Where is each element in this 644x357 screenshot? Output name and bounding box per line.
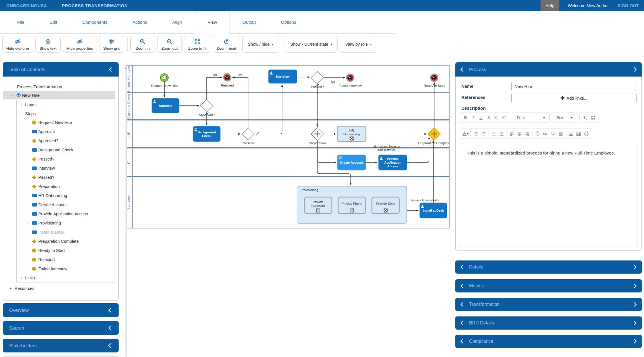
panel-details[interactable]: Details [455,260,642,274]
vertical-scrollbar[interactable] [125,65,127,357]
toc-header[interactable]: Table of Contents [3,62,119,77]
show-text-button[interactable]: Show text [35,36,60,53]
toc-item-ready-to-start[interactable]: Ready to Start [17,246,115,255]
font-select[interactable]: Font▾ [512,113,550,123]
node-provide-application-access[interactable]: ProvideApplicationAccess [378,155,407,170]
prev-icon[interactable] [460,321,465,326]
panel-compliance[interactable]: Compliance [455,335,642,348]
prev-icon[interactable] [460,67,465,72]
bpmn-diagram[interactable]: Hiring ManagerCareers DirectHRITSystemsP… [127,65,452,231]
panel-overview[interactable]: Overview [3,303,119,317]
node-provide-phone[interactable]: Provide Phone [338,197,366,214]
collapse-icon[interactable] [108,343,113,348]
link-button[interactable] [541,130,549,138]
toc-item-steps[interactable]: -Steps [17,109,115,118]
bold-button[interactable]: B [462,114,469,122]
toc-item-passed[interactable]: Passed? [17,173,115,182]
print-button[interactable] [583,130,590,138]
align-center-button[interactable] [516,130,523,138]
bulleted-list-button[interactable] [480,130,487,138]
panel-brd-details[interactable]: BRD Details [455,316,642,330]
node-background-check[interactable]: BackgroundCheck [193,126,220,142]
tab-view[interactable]: View [195,11,230,34]
zoom-in-button[interactable]: Zoom in [130,36,155,53]
node-install-at-desk[interactable]: Install at Desk [420,203,447,218]
next-icon[interactable] [632,321,637,326]
toc-item-preparation[interactable]: Preparation [17,182,115,191]
toc-item-new-hire[interactable]: -New Hire [3,91,115,99]
tab-edit[interactable]: Edit [37,11,70,33]
prev-icon[interactable] [460,265,465,270]
collapse-icon[interactable] [109,67,114,72]
node-approval[interactable]: Approval [152,98,179,113]
expand-toggle[interactable]: - [20,111,25,116]
collapse-icon[interactable] [108,308,113,313]
paste-button[interactable]: T [534,130,541,138]
node-interview[interactable]: Interview [268,70,297,83]
toc-item-failed-interview[interactable]: Failed Interview [17,264,115,273]
maximize-button[interactable] [589,114,597,122]
numbered-list-button[interactable]: 12 [472,130,480,138]
toc-item-preparation-complete[interactable]: Preparation Complete [17,237,115,246]
hide-explorer-button[interactable]: Hide explorer [2,36,33,53]
prev-icon[interactable] [460,284,465,288]
node-provide-desk[interactable]: Provide Desk [372,197,399,214]
name-field[interactable] [511,82,636,91]
text-color-button[interactable]: A▾ [462,130,469,138]
toc-item-interview[interactable]: Interview [17,164,115,173]
toc-item-provisioning[interactable]: +Provisioning [17,218,115,228]
process-header[interactable]: Process [455,62,642,77]
zoom-out-button[interactable]: Zoom out [157,36,182,53]
special-character-button[interactable]: Ω [549,130,557,138]
table-button[interactable] [575,130,583,138]
node-provide-hardware[interactable]: ProvideHardware [304,197,332,214]
expand-toggle[interactable]: - [11,93,16,97]
expand-toggle[interactable]: + [9,286,15,291]
prev-icon[interactable] [460,339,465,344]
help-button[interactable]: Help [541,0,559,11]
node-hr-onboarding[interactable]: HROnboarding [337,126,366,142]
toc-item-hr-onboarding[interactable]: HR Onboarding [17,191,115,200]
toc-item-provide-application-access[interactable]: Provide Application Access [17,209,115,218]
strikethrough-button[interactable]: S [485,114,493,122]
image-button[interactable] [567,130,575,138]
prev-icon[interactable] [460,302,465,307]
underline-button[interactable]: U [477,114,485,122]
remove-format-button[interactable]: Tx [581,114,589,122]
italic-button[interactable]: I [469,114,477,122]
view-by-role-button[interactable]: View by role▾ [340,36,377,53]
hide-properties-button[interactable]: Hide properties [63,36,97,53]
toc-item-rejected[interactable]: Rejected [17,255,115,264]
align-left-button[interactable] [508,130,516,138]
node-create-account[interactable]: Create Account [337,155,366,170]
toc-item-links[interactable]: +Links [17,273,115,282]
tab-options[interactable]: Options [268,11,309,33]
toc-item-create-account[interactable]: Create Account [17,200,115,209]
toc-item-lanes[interactable]: +Lanes [17,100,115,109]
toc-item-install-at-desk[interactable]: Install at Desk [17,228,115,237]
tab-output[interactable]: Output [230,11,268,33]
indent-button[interactable] [498,130,505,138]
zoom-reset-button[interactable]: Zoom reset [213,36,240,53]
zoom-to-fit-button[interactable]: Zoom to fit [184,36,210,53]
tab-actions[interactable]: Actions [120,11,160,33]
panel-metrics[interactable]: Metrics [455,279,642,292]
show-current-state-button[interactable]: Show - Current state▾ [285,36,338,53]
next-icon[interactable] [632,284,637,288]
toc-item-background-check[interactable]: Background Check [17,145,115,155]
align-right-button[interactable] [523,130,531,138]
next-icon[interactable] [632,265,637,270]
next-icon[interactable] [632,339,637,344]
tab-file[interactable]: File [5,11,37,33]
sign-out-link[interactable]: SIGN OUT [617,3,639,8]
expand-toggle[interactable]: + [20,276,25,280]
subscript-button[interactable]: X₂ [493,114,500,122]
lines-button[interactable] [557,130,565,138]
toc-item-request-new-hire[interactable]: Request New Hire [17,118,115,127]
collapse-icon[interactable] [108,326,113,330]
toc-item-passed[interactable]: Passed? [17,155,115,164]
expand-toggle[interactable]: + [20,103,25,107]
panel-search[interactable]: Search [3,321,119,335]
add-links-button[interactable]: ✚ Add links... [511,93,637,103]
toc-item-process-transformation[interactable]: Process Transformation [3,82,118,91]
